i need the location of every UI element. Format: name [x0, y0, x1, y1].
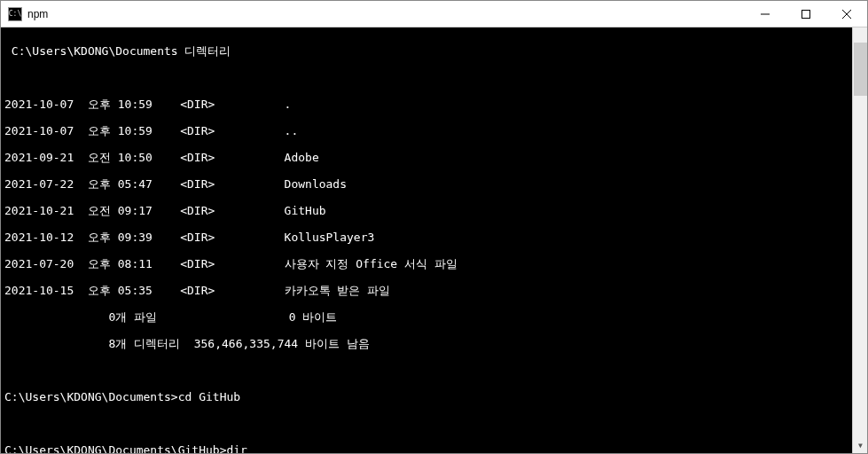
blank — [4, 417, 867, 430]
blank — [4, 364, 867, 377]
maximize-button[interactable] — [786, 1, 826, 27]
window-title: npm — [27, 8, 745, 20]
window-controls — [745, 1, 867, 27]
list-item: 0개 파일 0 바이트 — [4, 310, 867, 324]
blank — [4, 71, 867, 84]
list-item: 2021-10-15 오후 05:35 <DIR> 카카오톡 받은 파일 — [4, 284, 867, 297]
list-item: 2021-10-12 오후 09:39 <DIR> KollusPlayer3 — [4, 231, 867, 244]
svg-rect-1 — [802, 10, 810, 18]
minimize-button[interactable] — [745, 1, 786, 27]
prompt-line: C:\Users\KDONG\Documents>cd GitHub — [4, 390, 867, 403]
list-item: 2021-07-20 오후 08:11 <DIR> 사용자 지정 Office … — [4, 257, 867, 270]
list-item: 2021-09-21 오전 10:50 <DIR> Adobe — [4, 151, 867, 164]
cmd-icon: C:\ — [8, 7, 22, 21]
scroll-thumb[interactable] — [854, 43, 867, 96]
list-item: 2021-10-07 오후 10:59 <DIR> .. — [4, 124, 867, 137]
terminal-content[interactable]: C:\Users\KDONG\Documents 디렉터리 2021-10-07… — [1, 27, 867, 453]
close-button[interactable] — [826, 1, 867, 27]
list-item: 8개 디렉터리 356,466,335,744 바이트 남음 — [4, 337, 867, 350]
dir-header: C:\Users\KDONG\Documents 디렉터리 — [4, 44, 867, 58]
list-item: 2021-10-21 오전 09:17 <DIR> GitHub — [4, 204, 867, 217]
terminal-window: C:\ npm C:\Users\KDONG\Documents 디렉터리 20… — [0, 0, 868, 454]
list-item: 2021-10-07 오후 10:59 <DIR> . — [4, 98, 867, 111]
prompt-line: C:\Users\KDONG\Documents\GitHub>dir — [4, 443, 867, 453]
list-item: 2021-07-22 오후 05:47 <DIR> Downloads — [4, 177, 867, 191]
vertical-scrollbar[interactable]: ▲ ▼ — [852, 27, 867, 453]
scroll-down-icon[interactable]: ▼ — [853, 438, 867, 453]
titlebar: C:\ npm — [1, 1, 867, 27]
